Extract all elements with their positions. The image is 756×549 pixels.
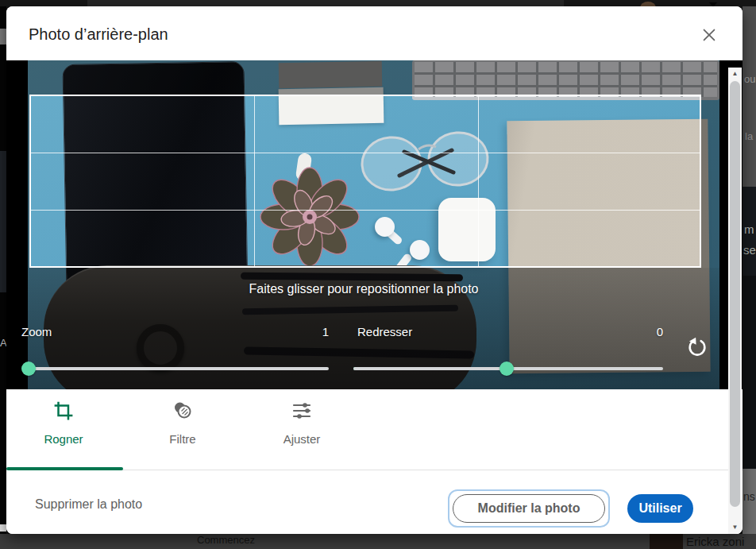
dimmed-page-left: A [0, 6, 6, 534]
rotate-icon [686, 336, 708, 361]
editor-bottom-panel: Rogner Filtre [6, 389, 742, 534]
crop-window[interactable] [29, 95, 701, 268]
page-fragment: ns [742, 469, 756, 534]
page-fragment [0, 151, 6, 292]
modal-scrollbar[interactable]: ▲ ▼ [728, 68, 742, 534]
page-text-fragment: se [743, 243, 756, 257]
avatar [650, 534, 683, 549]
page-fragment [742, 276, 756, 469]
crop-dim-overlay [6, 60, 742, 95]
scrollbar-up-button[interactable]: ▲ [728, 68, 742, 80]
filter-icon [172, 400, 193, 423]
page-text-fragment: Commencez [197, 534, 255, 546]
page-text-fragment: Ericka zoni [686, 535, 744, 548]
tab-adjust-label: Ajuster [284, 432, 321, 446]
page-text-fragment: m [744, 222, 754, 236]
tab-crop-label: Rogner [44, 432, 83, 446]
scrollbar-down-button[interactable]: ▼ [728, 521, 742, 534]
page-text-fragment: la [745, 130, 753, 142]
zoom-slider-thumb[interactable] [21, 361, 36, 376]
straighten-slider-thumb[interactable] [499, 361, 514, 376]
crop-grid-line [31, 153, 700, 153]
tab-adjust[interactable]: Ajuster [254, 400, 349, 464]
page-fragment [742, 6, 756, 187]
delete-photo-label: Supprimer la photo [35, 497, 142, 511]
tab-filter[interactable]: Filtre [135, 400, 230, 464]
tab-crop[interactable]: Rogner [16, 400, 111, 464]
background-photo-dialog: Photo d’arrière-plan [6, 6, 742, 534]
zoom-label: Zoom [21, 325, 52, 338]
page-fragment [87, 0, 564, 6]
crop-grid-line [478, 96, 479, 266]
page-text-fragment: ns [743, 490, 755, 503]
tab-filter-label: Filtre [169, 432, 195, 446]
scrollbar-thumb[interactable] [730, 81, 740, 507]
photo-editor-canvas: Faites glisser pour repositionner la pho… [6, 60, 742, 389]
close-icon [700, 26, 718, 46]
close-button[interactable] [695, 21, 723, 50]
straighten-label: Redresser [357, 325, 412, 338]
drag-hint-text: Faites glisser pour repositionner la pho… [6, 282, 721, 296]
dimmed-page-top [0, 0, 756, 6]
delete-photo-button[interactable]: Supprimer la photo [35, 497, 142, 512]
apply-label: Utiliser [638, 501, 681, 515]
crop-dim-overlay [6, 95, 29, 268]
zoom-value: 1 [286, 325, 329, 338]
edit-photo-label: Modifier la photo [478, 501, 580, 515]
scroll-up-icon: ▲ [732, 70, 739, 77]
page-fragment [0, 29, 6, 44]
apply-button[interactable]: Utiliser [627, 494, 693, 523]
edit-photo-button[interactable]: Modifier la photo [453, 494, 605, 523]
rotate-photo-button[interactable] [685, 336, 709, 360]
dimmed-page-right: ou la m se ns [742, 6, 756, 534]
active-tab-underline [6, 467, 123, 470]
crop-icon [53, 400, 74, 423]
dialog-title: Photo d’arrière-plan [29, 25, 168, 44]
screen: A ou la m se ns Commencez Ericka zoni Ph… [0, 0, 756, 549]
dialog-header: Photo d’arrière-plan [6, 6, 742, 60]
adjust-icon [291, 400, 312, 423]
crop-grid-line [254, 96, 255, 266]
page-text-fragment: ou [744, 73, 755, 85]
zoom-slider-track[interactable] [29, 367, 329, 370]
dimmed-page-bottom: Commencez Ericka zoni [0, 534, 756, 549]
crop-grid-line [31, 210, 700, 211]
scroll-down-icon: ▼ [732, 524, 739, 531]
page-fragment [0, 524, 6, 532]
straighten-value: 0 [618, 325, 663, 338]
page-text-fragment: A [0, 337, 6, 350]
